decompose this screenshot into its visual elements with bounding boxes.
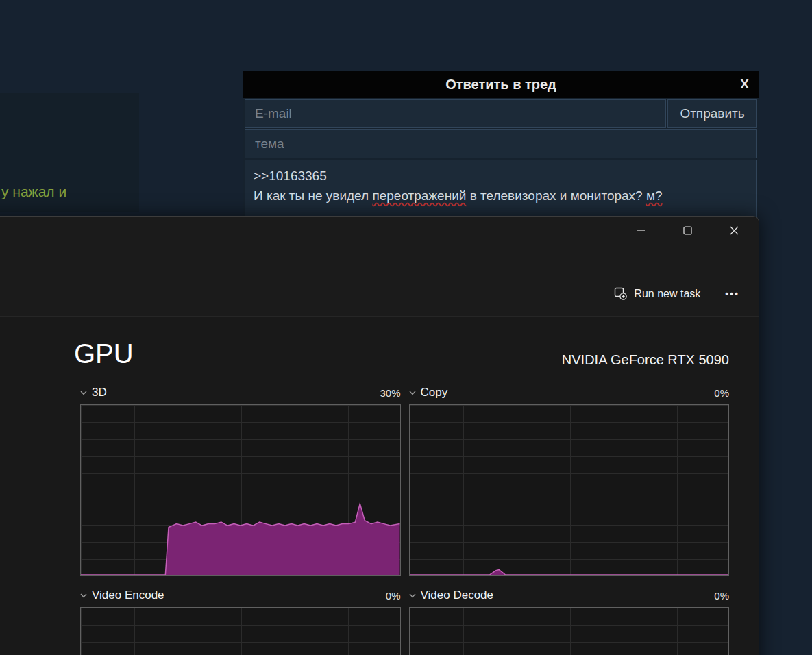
chart-video-decode-graph[interactable] — [409, 607, 730, 655]
gpu-device-name: NVIDIA GeForce RTX 5090 — [562, 352, 729, 368]
chart-label: 3D — [92, 386, 107, 399]
maximize-icon — [683, 226, 692, 235]
minimize-icon — [637, 226, 645, 234]
gpu-performance-page: GPU NVIDIA GeForce RTX 5090 3D 30% — [0, 334, 759, 655]
maximize-button[interactable] — [672, 217, 703, 244]
page-title: GPU — [74, 334, 134, 373]
misspelled-word: переотражений — [372, 188, 466, 203]
send-button[interactable]: Отправить — [667, 99, 757, 128]
chart-video-encode-area — [81, 608, 400, 655]
chart-video-encode-collapse-toggle[interactable]: Video Encode — [80, 589, 164, 602]
comment-text-part: И как ты не увидел — [254, 188, 372, 203]
more-button[interactable]: ••• — [725, 288, 739, 299]
chart-3d-collapse-toggle[interactable]: 3D — [80, 386, 107, 399]
run-new-task-label: Run new task — [634, 288, 700, 300]
chart-3d-area — [81, 405, 400, 575]
misspelled-word: м? — [646, 188, 663, 203]
comment-text: И как ты не увидел переотражений в телев… — [254, 186, 748, 206]
run-new-task-icon — [614, 287, 627, 300]
chart-video-decode: Video Decode 0% — [409, 586, 730, 655]
chevron-down-icon — [409, 593, 416, 598]
reply-dialog: Ответить в тред X Отправить >>10163365 И… — [243, 71, 759, 235]
chart-3d-graph[interactable] — [80, 404, 401, 576]
subject-field[interactable] — [245, 129, 757, 158]
chart-label: Video Encode — [92, 589, 164, 602]
chevron-down-icon — [80, 391, 87, 395]
task-manager-window: Run new task ••• GPU NVIDIA GeForce RTX … — [0, 216, 759, 655]
reply-dialog-title: Ответить в тред — [445, 77, 556, 92]
chart-copy-collapse-toggle[interactable]: Copy — [409, 386, 448, 399]
toolbar: Run new task ••• — [0, 271, 759, 317]
chevron-down-icon — [80, 593, 87, 598]
titlebar[interactable] — [0, 217, 759, 244]
chart-video-encode-graph[interactable] — [80, 607, 401, 655]
chart-video-decode-collapse-toggle[interactable]: Video Decode — [409, 589, 494, 602]
chart-label: Video Decode — [421, 589, 494, 602]
chart-value: 0% — [386, 590, 401, 602]
chevron-down-icon — [409, 391, 416, 395]
close-icon — [730, 226, 739, 235]
minimize-button[interactable] — [625, 217, 656, 244]
chart-value: 30% — [380, 387, 400, 399]
chart-video-decode-area — [410, 608, 729, 655]
chart-copy-area — [410, 405, 729, 575]
screen: у нажал и Ответить в тред X Отправить >>… — [0, 0, 812, 655]
chart-video-encode: Video Encode 0% — [80, 586, 401, 655]
board-post-text: у нажал и — [1, 184, 66, 200]
reply-dialog-titlebar[interactable]: Ответить в тред X — [243, 71, 759, 98]
close-icon[interactable]: X — [740, 71, 749, 98]
comment-text-part: в телевизорах и мониторах? — [466, 188, 646, 203]
chart-value: 0% — [714, 387, 729, 399]
chart-copy-graph[interactable] — [409, 404, 730, 576]
comment-quote-link[interactable]: >>10163365 — [254, 166, 748, 186]
close-button[interactable] — [718, 217, 750, 244]
run-new-task-button[interactable]: Run new task — [614, 287, 700, 300]
titlebar-spacer — [0, 244, 759, 271]
chart-copy: Copy 0% — [409, 384, 730, 576]
charts-grid: 3D 30% Copy — [80, 384, 729, 655]
chart-3d: 3D 30% — [80, 384, 401, 576]
chart-value: 0% — [714, 590, 729, 602]
email-field[interactable] — [245, 99, 666, 128]
chart-label: Copy — [421, 386, 448, 399]
